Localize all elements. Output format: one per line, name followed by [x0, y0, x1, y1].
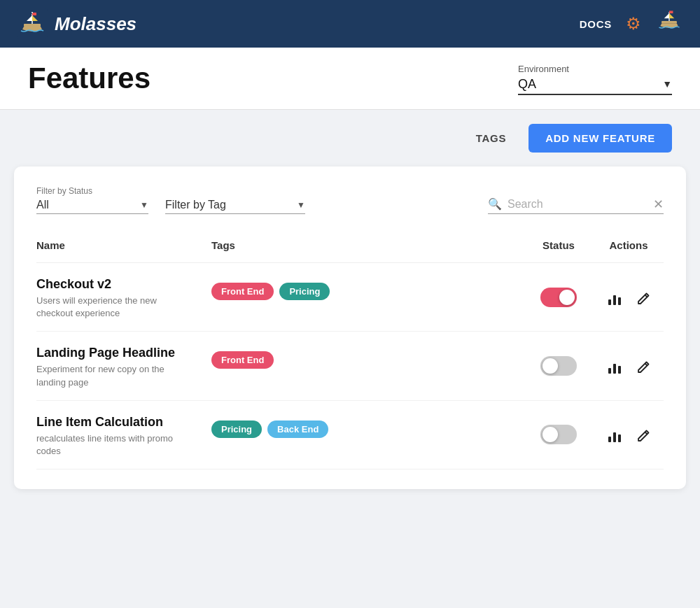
svg-rect-16	[618, 434, 621, 442]
feature-actions-cell	[594, 400, 664, 469]
tag-pricing[interactable]: Pricing	[279, 283, 330, 300]
logo-ship-icon	[17, 8, 48, 39]
status-filter-wrapper: All Active Inactive ▼	[36, 199, 148, 214]
tag-pricing[interactable]: Pricing	[211, 420, 262, 438]
environment-select-wrapper: QA Production Staging Development ▼	[518, 77, 672, 95]
bar-chart-icon	[607, 291, 622, 306]
environment-label: Environment	[518, 64, 672, 74]
edit-button[interactable]	[634, 289, 653, 309]
status-filter-group: Filter by Status All Active Inactive ▼	[36, 186, 148, 214]
table-row: Checkout v2 Users will experience the ne…	[36, 263, 664, 332]
edit-button[interactable]	[634, 358, 653, 377]
analytics-button[interactable]	[604, 288, 625, 309]
col-name-header: Name	[36, 234, 211, 263]
bar-chart-icon	[607, 428, 622, 444]
toggle-thumb	[559, 290, 575, 305]
svg-rect-7	[669, 10, 673, 13]
feature-name: Checkout v2	[36, 277, 211, 292]
toggle-track[interactable]	[540, 356, 577, 376]
toggle-track[interactable]	[540, 425, 577, 444]
status-filter-select[interactable]: All Active Inactive	[36, 199, 148, 211]
feature-tags-cell: Front End	[211, 332, 524, 400]
status-toggle[interactable]	[540, 288, 577, 307]
svg-rect-15	[613, 432, 616, 442]
pencil-icon	[636, 360, 650, 374]
search-icon: 🔍	[488, 197, 502, 211]
feature-status-cell	[524, 263, 594, 332]
toggle-container[interactable]	[540, 425, 577, 444]
feature-name: Line Item Calculation	[36, 415, 211, 430]
edit-button[interactable]	[634, 426, 653, 446]
toggle-thumb	[542, 427, 558, 442]
feature-actions-cell	[594, 263, 664, 332]
action-icons	[594, 357, 664, 378]
feature-name-cell: Checkout v2 Users will experience the ne…	[36, 263, 211, 332]
col-tags-header: Tags	[211, 234, 524, 263]
toggle-container[interactable]	[540, 288, 577, 307]
svg-rect-13	[618, 366, 621, 374]
toolbar: TAGS ADD NEW FEATURE	[0, 110, 700, 167]
feature-description: Users will experience the new checkout e…	[36, 295, 190, 320]
tag-frontend[interactable]: Front End	[211, 351, 274, 369]
features-table: Name Tags Status Actions Checkout v2 Use…	[36, 234, 664, 469]
toggle-thumb	[542, 358, 558, 374]
header-nav: DOCS ⚙	[580, 7, 683, 41]
bar-chart-icon	[607, 360, 622, 375]
tags-button[interactable]: TAGS	[465, 125, 518, 151]
content-card: Filter by Status All Active Inactive ▼ F…	[14, 167, 686, 489]
feature-name-cell: Landing Page Headline Experiment for new…	[36, 332, 211, 400]
svg-rect-10	[618, 297, 621, 305]
tag-filter-wrapper: Filter by Tag Front End Pricing Back End…	[165, 199, 305, 214]
pencil-icon	[636, 429, 650, 443]
action-icons	[594, 288, 664, 309]
docs-link[interactable]: DOCS	[580, 18, 612, 30]
svg-rect-1	[24, 24, 41, 27]
col-actions-header: Actions	[594, 234, 664, 263]
environment-select[interactable]: QA Production Staging Development	[518, 77, 672, 91]
analytics-button[interactable]	[604, 425, 625, 446]
svg-rect-11	[608, 368, 611, 374]
feature-description: recalculates line items with promo codes	[36, 432, 190, 458]
brand-name: Molasses	[55, 13, 136, 35]
search-clear-icon[interactable]: ✕	[653, 198, 664, 211]
search-input[interactable]	[507, 198, 648, 211]
app-header: Molasses DOCS ⚙	[0, 0, 700, 48]
feature-tags-cell: PricingBack End	[211, 400, 524, 469]
feature-name-cell: Line Item Calculation recalculates line …	[36, 400, 211, 469]
svg-rect-5	[662, 21, 677, 24]
svg-rect-8	[608, 299, 611, 305]
table-row: Line Item Calculation recalculates line …	[36, 400, 664, 469]
action-icons	[594, 425, 664, 446]
add-feature-button[interactable]: ADD NEW FEATURE	[528, 124, 672, 153]
nav-ship-icon	[655, 7, 683, 41]
feature-status-cell	[524, 400, 594, 469]
status-filter-label: Filter by Status	[36, 186, 148, 196]
tag-frontend[interactable]: Front End	[211, 283, 274, 300]
analytics-button[interactable]	[604, 357, 625, 378]
tag-filter-group: Filter by Tag Front End Pricing Back End…	[165, 186, 305, 214]
feature-actions-cell	[594, 332, 664, 400]
feature-status-cell	[524, 332, 594, 400]
table-row: Landing Page Headline Experiment for new…	[36, 332, 664, 400]
svg-point-4	[31, 12, 33, 13]
toggle-track[interactable]	[540, 288, 577, 307]
environment-section: Environment QA Production Staging Develo…	[518, 64, 672, 95]
tag-backend[interactable]: Back End	[267, 420, 328, 438]
search-wrapper: 🔍 ✕	[488, 197, 664, 214]
feature-name: Landing Page Headline	[36, 346, 211, 360]
gear-icon[interactable]: ⚙	[626, 14, 641, 34]
status-toggle[interactable]	[540, 425, 577, 444]
toggle-container[interactable]	[540, 356, 577, 376]
status-toggle[interactable]	[540, 356, 577, 376]
svg-rect-3	[32, 13, 36, 15]
logo-area: Molasses	[17, 8, 136, 39]
page-header: Features Environment QA Production Stagi…	[0, 48, 700, 110]
svg-rect-9	[613, 295, 616, 305]
tag-filter-select[interactable]: Filter by Tag Front End Pricing Back End	[165, 199, 305, 211]
filters-row: Filter by Status All Active Inactive ▼ F…	[36, 186, 664, 214]
feature-description: Experiment for new copy on the landing p…	[36, 363, 190, 388]
svg-rect-14	[608, 437, 611, 442]
page-title: Features	[28, 62, 150, 95]
pencil-icon	[636, 292, 650, 306]
col-status-header: Status	[524, 234, 594, 263]
